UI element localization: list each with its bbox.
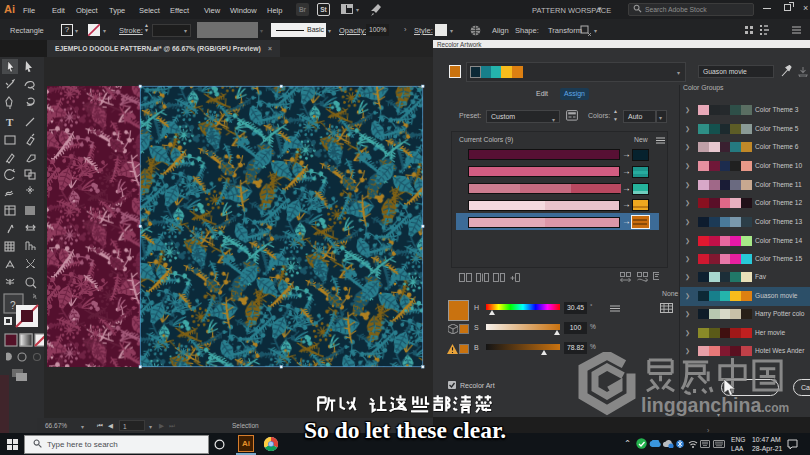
svg-text:?: ? [10, 300, 16, 311]
svg-text:T: T [6, 116, 14, 128]
